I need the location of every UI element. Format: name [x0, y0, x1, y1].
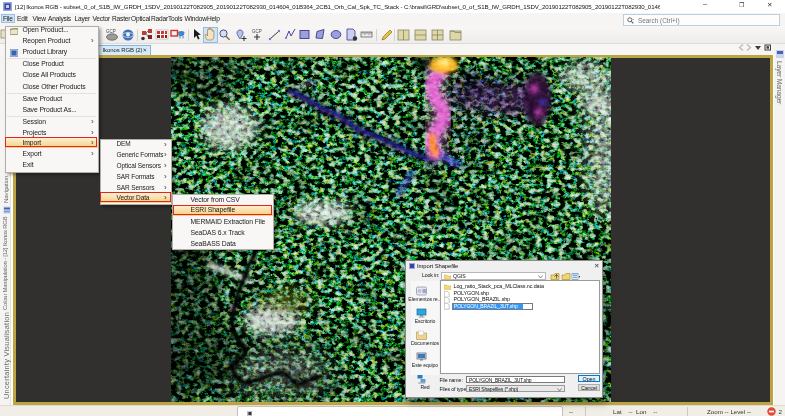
svg-text:GCP: GCP [252, 29, 262, 34]
svg-text:GCP: GCP [106, 29, 116, 34]
